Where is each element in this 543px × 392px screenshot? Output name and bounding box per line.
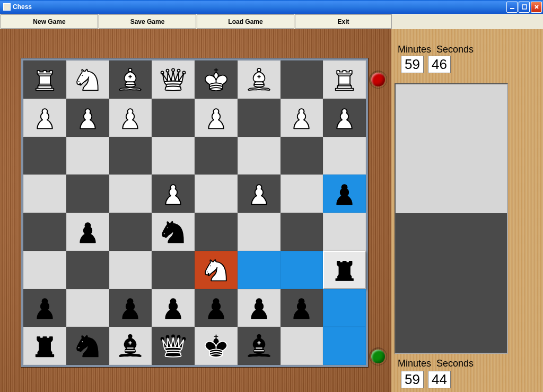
square-c8[interactable] xyxy=(109,60,152,99)
square-d5[interactable] xyxy=(152,175,195,213)
square-g4[interactable] xyxy=(281,213,323,251)
square-h6[interactable] xyxy=(323,137,366,175)
square-h4[interactable] xyxy=(323,213,366,251)
svg-rect-1 xyxy=(522,5,527,9)
black-bishop-icon xyxy=(242,331,276,361)
square-b4[interactable] xyxy=(66,213,109,251)
square-a5[interactable] xyxy=(23,175,66,213)
black-pawn-icon xyxy=(285,293,318,323)
square-b2[interactable] xyxy=(66,289,109,327)
black-pawn-icon xyxy=(113,293,147,323)
square-d2[interactable] xyxy=(152,289,195,327)
square-d4[interactable] xyxy=(152,213,195,251)
square-g2[interactable] xyxy=(281,289,323,327)
square-f1[interactable] xyxy=(238,327,281,365)
black-pawn-icon xyxy=(328,179,361,208)
toolbar: New Game Save Game Load Game Exit xyxy=(0,14,543,29)
square-e6[interactable] xyxy=(195,137,238,175)
square-b1[interactable] xyxy=(66,327,109,365)
square-a7[interactable] xyxy=(23,99,66,137)
square-f7[interactable] xyxy=(238,99,281,137)
square-d7[interactable] xyxy=(152,99,195,137)
square-e4[interactable] xyxy=(195,213,238,251)
square-e1[interactable] xyxy=(195,327,238,365)
square-b7[interactable] xyxy=(66,99,109,137)
square-d3[interactable] xyxy=(152,251,195,289)
square-c5[interactable] xyxy=(109,175,152,213)
square-f4[interactable] xyxy=(238,213,281,251)
square-e3[interactable] xyxy=(195,251,238,289)
square-d8[interactable] xyxy=(152,60,195,99)
black-bishop-icon xyxy=(113,331,147,361)
minutes-bottom: 59 xyxy=(401,371,424,388)
square-f3[interactable] xyxy=(238,251,281,289)
load-game-button[interactable]: Load Game xyxy=(197,14,294,29)
white-bishop-icon xyxy=(113,65,147,94)
square-h7[interactable] xyxy=(323,99,366,137)
black-pawn-icon xyxy=(199,293,233,323)
square-a1[interactable] xyxy=(23,327,66,365)
square-a4[interactable] xyxy=(23,213,66,251)
square-d6[interactable] xyxy=(152,137,195,175)
square-g7[interactable] xyxy=(281,99,323,137)
new-game-button[interactable]: New Game xyxy=(1,14,98,29)
square-g5[interactable] xyxy=(281,175,323,213)
white-pawn-icon xyxy=(199,103,233,133)
window-title: Chess xyxy=(13,3,32,11)
square-b6[interactable] xyxy=(66,137,109,175)
square-b8[interactable] xyxy=(66,60,109,99)
square-g1[interactable] xyxy=(281,327,323,365)
square-b5[interactable] xyxy=(66,175,109,213)
square-g6[interactable] xyxy=(281,137,323,175)
square-c6[interactable] xyxy=(109,137,152,175)
white-pawn-icon xyxy=(285,103,318,133)
moves-panel[interactable] xyxy=(395,83,508,354)
white-rook-icon xyxy=(28,65,62,94)
square-b3[interactable] xyxy=(66,251,109,289)
square-a8[interactable] xyxy=(23,60,66,99)
minimize-button[interactable] xyxy=(506,2,518,13)
seconds-bottom: 44 xyxy=(428,371,451,388)
square-e8[interactable] xyxy=(195,60,238,99)
exit-button[interactable]: Exit xyxy=(295,14,392,29)
square-f2[interactable] xyxy=(238,289,281,327)
square-c2[interactable] xyxy=(109,289,152,327)
square-e2[interactable] xyxy=(195,289,238,327)
clock-labels-bottom: Minutes Seconds xyxy=(398,358,474,369)
black-pawn-icon xyxy=(71,217,104,247)
square-g8[interactable] xyxy=(281,60,323,99)
black-rook-icon xyxy=(28,331,62,361)
square-h1[interactable] xyxy=(323,327,366,365)
square-h2[interactable] xyxy=(323,289,366,327)
square-e7[interactable] xyxy=(195,99,238,137)
close-button[interactable] xyxy=(531,2,542,13)
square-c1[interactable] xyxy=(109,327,152,365)
square-d1[interactable] xyxy=(152,327,195,365)
square-a6[interactable] xyxy=(23,137,66,175)
square-f8[interactable] xyxy=(238,60,281,99)
square-h3[interactable] xyxy=(323,251,366,289)
square-e5[interactable] xyxy=(195,175,238,213)
square-h5[interactable] xyxy=(323,175,366,213)
maximize-button[interactable] xyxy=(519,2,530,13)
white-queen-icon xyxy=(156,65,190,94)
black-queen-icon xyxy=(156,331,190,361)
square-h8[interactable] xyxy=(323,60,366,99)
square-c3[interactable] xyxy=(109,251,152,289)
square-f6[interactable] xyxy=(238,137,281,175)
black-pawn-icon xyxy=(28,293,62,323)
square-c7[interactable] xyxy=(109,99,152,137)
save-game-button[interactable]: Save Game xyxy=(99,14,196,29)
svg-point-11 xyxy=(207,271,208,272)
black-king-icon xyxy=(199,331,233,361)
black-pawn-icon xyxy=(242,293,276,323)
square-a2[interactable] xyxy=(23,289,66,327)
chess-board[interactable] xyxy=(23,60,366,365)
seconds-top: 46 xyxy=(428,56,451,73)
square-g3[interactable] xyxy=(281,251,323,289)
turn-indicator-top xyxy=(371,73,385,86)
square-c4[interactable] xyxy=(109,213,152,251)
square-a3[interactable] xyxy=(23,251,66,289)
square-f5[interactable] xyxy=(238,175,281,213)
black-pawn-icon xyxy=(156,293,190,323)
